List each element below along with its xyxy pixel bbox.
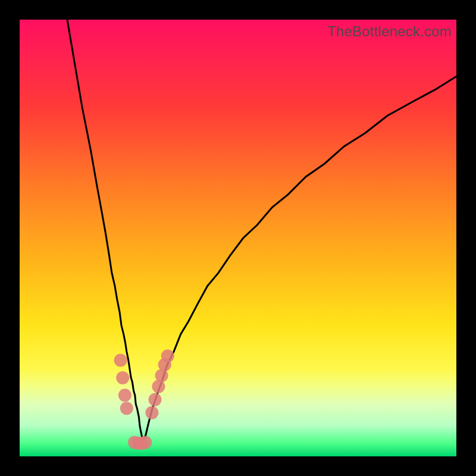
- marker-dot: [118, 389, 131, 402]
- right-curve: [143, 76, 456, 443]
- chart-frame: TheBottleneck.com: [0, 0, 476, 476]
- marker-dot: [120, 402, 133, 415]
- marker-dot: [114, 354, 127, 367]
- marker-dot: [149, 393, 162, 406]
- marker-dot: [161, 349, 174, 362]
- chart-svg: [20, 20, 456, 456]
- chart-plot-area: TheBottleneck.com: [20, 20, 456, 456]
- left-curve: [67, 20, 143, 443]
- marker-dot: [145, 406, 158, 419]
- marker-dot: [116, 371, 129, 384]
- marker-dot: [139, 436, 152, 449]
